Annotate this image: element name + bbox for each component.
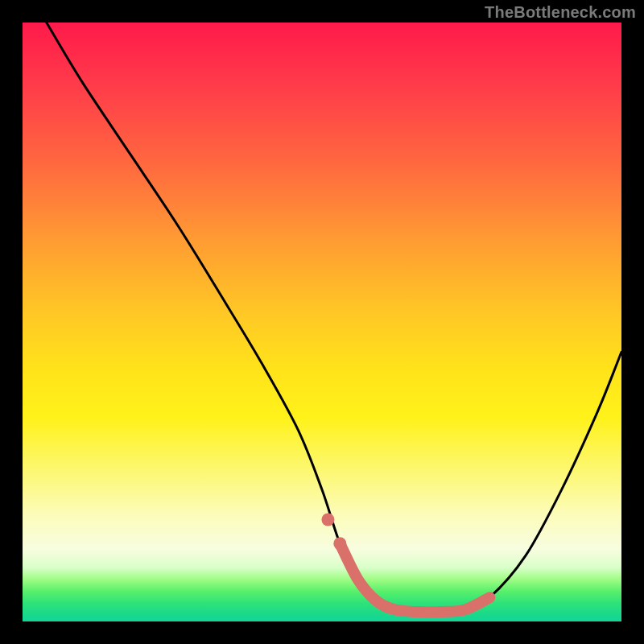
chart-plot-area [23,23,621,621]
marker-dot-icon [321,514,334,526]
highlight-segment [340,543,489,612]
watermark-label: TheBottleneck.com [485,3,636,22]
bottleneck-curve [47,23,621,612]
chart-svg [23,23,621,621]
marker-dot-icon [333,537,346,550]
chart-frame: TheBottleneck.com [0,0,644,644]
